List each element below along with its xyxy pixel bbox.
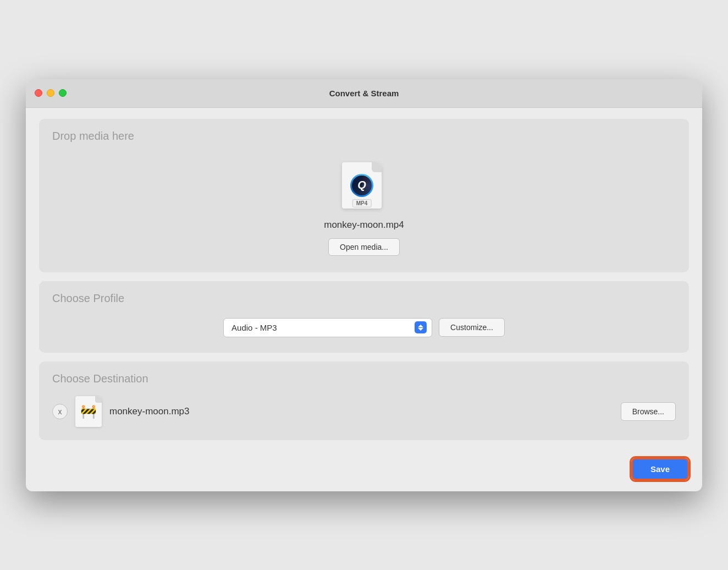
close-button[interactable] bbox=[35, 89, 42, 97]
file-icon-container: Q MP4 bbox=[342, 162, 386, 212]
vlc-file-paper: 🚧 bbox=[75, 396, 102, 427]
destination-content: x 🚧 monkey-moon.mp3 Browse... bbox=[52, 394, 676, 429]
drop-media-title: Drop media here bbox=[52, 130, 676, 142]
open-media-button[interactable]: Open media... bbox=[328, 238, 400, 256]
choose-profile-title: Choose Profile bbox=[52, 292, 676, 305]
browse-button[interactable]: Browse... bbox=[621, 402, 676, 421]
destination-filename: monkey-moon.mp3 bbox=[109, 406, 613, 417]
q-letter: Q bbox=[357, 179, 366, 191]
customize-button[interactable]: Customize... bbox=[439, 318, 505, 337]
main-window: Convert & Stream Drop media here Q MP4 bbox=[26, 79, 702, 491]
media-filename: monkey-moon.mp4 bbox=[324, 220, 404, 231]
traffic-lights bbox=[35, 89, 67, 97]
profile-content: Audio - MP3 Audio - FLAC Audio - CD Vide… bbox=[52, 314, 676, 342]
drop-media-section: Drop media here Q MP4 monkey-moon.mp4 Op… bbox=[39, 119, 689, 272]
profile-select[interactable]: Audio - MP3 Audio - FLAC Audio - CD Vide… bbox=[223, 318, 432, 337]
quicktime-icon: Q bbox=[350, 174, 373, 197]
titlebar: Convert & Stream bbox=[26, 79, 702, 108]
file-badge: MP4 bbox=[352, 199, 372, 207]
file-icon-paper: Q MP4 bbox=[342, 162, 382, 209]
vlc-icon: 🚧 bbox=[75, 396, 102, 427]
window-title: Convert & Stream bbox=[329, 89, 399, 98]
drop-media-content: Q MP4 monkey-moon.mp4 Open media... bbox=[52, 151, 676, 261]
maximize-button[interactable] bbox=[59, 89, 67, 97]
choose-destination-title: Choose Destination bbox=[52, 372, 676, 385]
footer: Save bbox=[26, 453, 702, 491]
vlc-cone-icon: 🚧 bbox=[80, 404, 97, 419]
remove-destination-button[interactable]: x bbox=[52, 404, 68, 419]
file-icon: Q MP4 bbox=[342, 162, 386, 212]
content-area: Drop media here Q MP4 monkey-moon.mp4 Op… bbox=[26, 108, 702, 453]
profile-select-wrapper: Audio - MP3 Audio - FLAC Audio - CD Vide… bbox=[223, 318, 432, 337]
minimize-button[interactable] bbox=[47, 89, 54, 97]
save-button[interactable]: Save bbox=[631, 458, 689, 480]
choose-profile-section: Choose Profile Audio - MP3 Audio - FLAC … bbox=[39, 281, 689, 353]
choose-destination-section: Choose Destination x 🚧 monkey-moon.mp3 B… bbox=[39, 361, 689, 440]
